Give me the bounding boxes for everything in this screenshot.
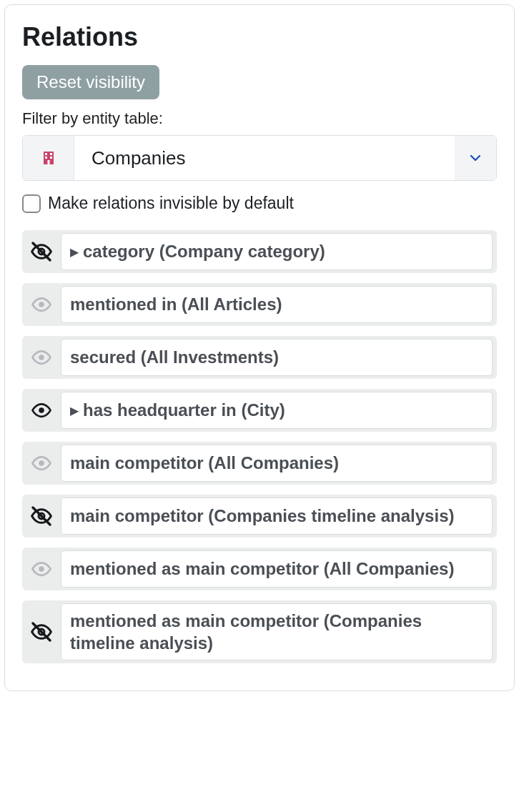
chevron-down-icon[interactable]: [455, 136, 496, 180]
svg-rect-1: [45, 153, 47, 155]
svg-point-11: [39, 460, 44, 466]
svg-point-10: [39, 407, 44, 413]
svg-rect-5: [47, 160, 49, 164]
svg-rect-3: [45, 157, 47, 159]
relation-item: mentioned as main competitor (Companies …: [22, 600, 497, 663]
relation-label: main competitor (All Companies): [70, 452, 339, 474]
relation-body[interactable]: ▶has headquarter in (City): [61, 392, 493, 429]
svg-rect-2: [50, 153, 52, 155]
eye-icon[interactable]: [22, 389, 61, 432]
relation-item: mentioned in (All Articles): [22, 283, 497, 326]
caret-right-icon: ▶: [70, 245, 79, 259]
relation-item: secured (All Investments): [22, 336, 497, 379]
entity-table-dropdown[interactable]: Companies: [22, 135, 497, 181]
invisible-default-checkbox[interactable]: [22, 194, 41, 213]
relations-list: ▶category (Company category)mentioned in…: [22, 230, 497, 663]
relation-label: main competitor (Companies timeline anal…: [70, 505, 454, 527]
invisible-default-label: Make relations invisible by default: [48, 194, 294, 213]
relation-body[interactable]: mentioned in (All Articles): [61, 286, 493, 323]
relation-body[interactable]: mentioned as main competitor (Companies …: [61, 603, 493, 660]
relation-item: main competitor (All Companies): [22, 442, 497, 485]
eye-slash-icon[interactable]: [22, 600, 61, 663]
relation-item: main competitor (Companies timeline anal…: [22, 495, 497, 538]
svg-point-9: [39, 355, 44, 360]
svg-point-8: [39, 302, 44, 307]
filter-label: Filter by entity table:: [22, 109, 497, 128]
building-icon: [23, 136, 74, 180]
relation-label: secured (All Investments): [70, 346, 279, 368]
relation-item: ▶category (Company category): [22, 230, 497, 273]
svg-point-14: [39, 566, 44, 572]
relation-item: ▶has headquarter in (City): [22, 389, 497, 432]
relation-label: has headquarter in (City): [83, 399, 285, 421]
relations-panel: Relations Reset visibility Filter by ent…: [4, 4, 515, 691]
eye-icon[interactable]: [22, 336, 61, 379]
eye-slash-icon[interactable]: [22, 230, 61, 273]
panel-title: Relations: [22, 22, 497, 52]
eye-icon[interactable]: [22, 442, 61, 485]
reset-visibility-button[interactable]: Reset visibility: [22, 65, 159, 99]
caret-right-icon: ▶: [70, 404, 79, 417]
relation-label: mentioned as main competitor (Companies …: [70, 610, 483, 654]
relation-body[interactable]: main competitor (All Companies): [61, 445, 493, 482]
svg-rect-4: [50, 157, 52, 159]
relation-label: mentioned as main competitor (All Compan…: [70, 558, 454, 580]
relation-label: category (Company category): [83, 240, 325, 262]
relation-body[interactable]: secured (All Investments): [61, 339, 493, 376]
relation-body[interactable]: ▶category (Company category): [61, 233, 493, 270]
relation-label: mentioned in (All Articles): [70, 293, 282, 315]
eye-icon[interactable]: [22, 283, 61, 326]
relation-body[interactable]: main competitor (Companies timeline anal…: [61, 497, 493, 535]
eye-slash-icon[interactable]: [22, 495, 61, 538]
eye-icon[interactable]: [22, 548, 61, 590]
dropdown-selected: Companies: [74, 136, 455, 180]
invisible-default-row: Make relations invisible by default: [22, 194, 497, 213]
relation-item: mentioned as main competitor (All Compan…: [22, 548, 497, 590]
relation-body[interactable]: mentioned as main competitor (All Compan…: [61, 550, 493, 588]
